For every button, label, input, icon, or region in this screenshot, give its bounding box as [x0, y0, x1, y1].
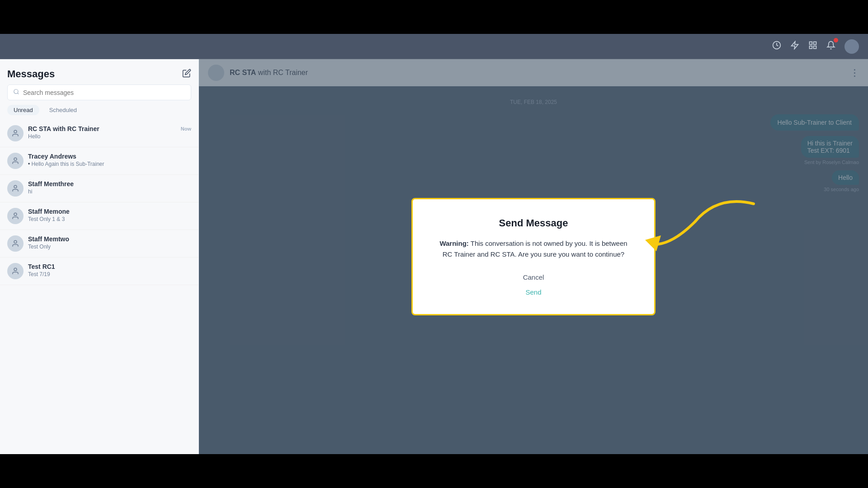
svg-point-12 — [14, 240, 17, 243]
conversation-body: Staff Memtwo Test Only — [28, 235, 191, 250]
conversation-preview: Test 7/19 — [28, 271, 191, 277]
sidebar: Messages Unread Scheduled — [0, 59, 199, 454]
svg-point-11 — [14, 213, 17, 216]
avatar[interactable] — [844, 39, 859, 54]
conversation-name: Staff Memthree — [28, 180, 74, 188]
conversation-preview: hi — [28, 188, 191, 195]
arrow-annotation — [627, 186, 772, 276]
svg-point-13 — [14, 268, 17, 271]
compose-button[interactable] — [182, 69, 191, 80]
conversation-name: Test RC1 — [28, 263, 55, 270]
dialog-title: Send Message — [435, 217, 632, 229]
filter-tabs: Unread Scheduled — [0, 105, 198, 120]
notification-badge — [834, 38, 838, 42]
tab-unread[interactable]: Unread — [7, 105, 39, 115]
app-wrapper: Messages Unread Scheduled — [0, 34, 868, 454]
avatar — [7, 263, 24, 279]
dialog-body: Warning: This conversation is not owned … — [435, 238, 632, 260]
conversation-preview: Hello — [28, 133, 191, 140]
avatar — [7, 180, 24, 197]
conversation-body: Tracey Andrews Hello Again this is Sub-T… — [28, 153, 191, 167]
list-item[interactable]: Test RC1 Test 7/19 — [0, 258, 198, 285]
conversation-list: RC STA with RC Trainer Now Hello — [0, 120, 198, 454]
top-bar — [0, 0, 868, 34]
warning-label: Warning: — [439, 239, 468, 247]
avatar — [7, 235, 24, 252]
conversation-preview: Test Only 1 & 3 — [28, 216, 191, 222]
svg-rect-5 — [814, 46, 816, 49]
avatar — [7, 208, 24, 224]
conversation-body: Test RC1 Test 7/19 — [28, 263, 191, 277]
send-message-dialog: Send Message Warning: This conversation … — [411, 198, 656, 315]
svg-rect-2 — [810, 42, 812, 45]
list-item[interactable]: Tracey Andrews Hello Again this is Sub-T… — [0, 147, 198, 175]
list-item[interactable]: RC STA with RC Trainer Now Hello — [0, 120, 198, 147]
conversation-preview: Hello Again this is Sub-Trainer — [28, 161, 191, 167]
list-item[interactable]: Staff Memtwo Test Only — [0, 230, 198, 258]
svg-point-10 — [14, 185, 17, 188]
svg-rect-3 — [814, 42, 816, 45]
dialog-actions: Cancel Send — [435, 273, 632, 296]
svg-line-7 — [18, 93, 19, 94]
svg-point-9 — [14, 158, 17, 160]
svg-rect-4 — [810, 46, 812, 49]
conversation-body: RC STA with RC Trainer Now Hello — [28, 125, 191, 140]
svg-point-8 — [14, 130, 17, 133]
conversation-name: Tracey Andrews — [28, 153, 76, 160]
cancel-button[interactable]: Cancel — [523, 273, 544, 281]
conversation-body: Staff Memthree hi — [28, 180, 191, 195]
search-input[interactable] — [23, 89, 185, 96]
dialog-overlay: Send Message Warning: This conversation … — [199, 59, 868, 454]
list-item[interactable]: Staff Memone Test Only 1 & 3 — [0, 202, 198, 230]
grid-icon[interactable] — [808, 41, 817, 52]
send-button[interactable]: Send — [525, 288, 541, 296]
warning-text: This conversation is not owned by you. I… — [443, 239, 627, 258]
clock-icon[interactable] — [772, 41, 781, 52]
svg-point-6 — [14, 89, 18, 94]
nav-icons — [772, 39, 859, 54]
conversation-preview: Test Only — [28, 244, 191, 250]
search-bar[interactable] — [7, 84, 191, 100]
conversation-time: Now — [181, 126, 191, 131]
conversation-body: Staff Memone Test Only 1 & 3 — [28, 208, 191, 222]
avatar — [7, 153, 24, 169]
svg-marker-14 — [645, 235, 661, 251]
sidebar-header: Messages — [0, 59, 198, 84]
bottom-bar — [0, 454, 868, 488]
list-item[interactable]: Staff Memthree hi — [0, 175, 198, 202]
conversation-name: Staff Memtwo — [28, 235, 69, 243]
chat-panel: RC STA with RC Trainer ⋮ TUE, FEB 18, 20… — [199, 59, 868, 454]
bell-icon[interactable] — [826, 41, 835, 52]
svg-marker-1 — [792, 42, 798, 49]
sidebar-title: Messages — [7, 68, 55, 80]
search-icon — [13, 89, 19, 96]
nav-bar — [0, 34, 868, 59]
lightning-icon[interactable] — [790, 41, 799, 52]
main-content: Messages Unread Scheduled — [0, 59, 868, 454]
conversation-name: RC STA with RC Trainer — [28, 125, 99, 132]
tab-scheduled[interactable]: Scheduled — [43, 105, 83, 115]
avatar — [7, 125, 24, 141]
conversation-name: Staff Memone — [28, 208, 70, 215]
